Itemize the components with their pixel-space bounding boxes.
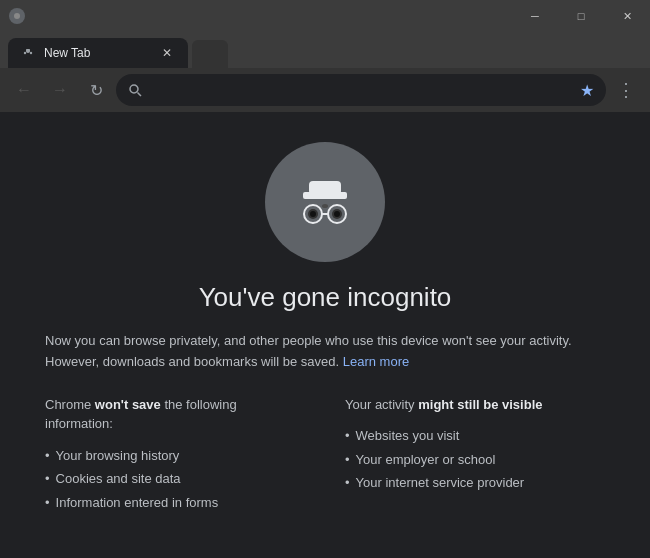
svg-point-17 bbox=[322, 204, 328, 208]
title-bar: ─ □ ✕ bbox=[0, 0, 650, 32]
forward-button[interactable]: → bbox=[44, 74, 76, 106]
wont-save-list: Your browsing history Cookies and site d… bbox=[45, 444, 305, 515]
minimize-button[interactable]: ─ bbox=[512, 0, 558, 32]
svg-point-1 bbox=[14, 13, 20, 19]
description-text: Now you can browse privately, and other … bbox=[45, 333, 572, 369]
window-controls: ─ □ ✕ bbox=[512, 0, 650, 32]
address-input[interactable] bbox=[150, 83, 572, 98]
address-bar[interactable]: ★ bbox=[116, 74, 606, 106]
visible-list: Websites you visit Your employer or scho… bbox=[345, 424, 605, 495]
tab-favicon bbox=[20, 45, 36, 61]
wont-save-item-2: Cookies and site data bbox=[56, 469, 181, 489]
svg-rect-9 bbox=[309, 181, 341, 195]
back-button[interactable]: ← bbox=[8, 74, 40, 106]
visible-title: Your activity might still be visible bbox=[345, 395, 605, 415]
incognito-icon bbox=[265, 142, 385, 262]
maximize-button[interactable]: □ bbox=[558, 0, 604, 32]
chrome-logo-icon bbox=[8, 7, 26, 25]
wont-save-item-3: Information entered in forms bbox=[56, 493, 219, 513]
wont-save-bold: won't save bbox=[95, 397, 161, 412]
learn-more-link[interactable]: Learn more bbox=[343, 354, 409, 369]
list-item: Websites you visit bbox=[345, 424, 605, 448]
active-tab[interactable]: New Tab ✕ bbox=[8, 38, 188, 68]
visible-bold: might still be visible bbox=[418, 397, 542, 412]
back-icon: ← bbox=[16, 81, 32, 99]
wont-save-column: Chrome won't save the following informat… bbox=[45, 395, 305, 515]
incognito-svg bbox=[289, 166, 361, 238]
list-item: Cookies and site data bbox=[45, 467, 305, 491]
visible-item-3: Your internet service provider bbox=[356, 473, 525, 493]
svg-point-3 bbox=[24, 52, 26, 54]
list-item: Your browsing history bbox=[45, 444, 305, 468]
refresh-icon: ↻ bbox=[90, 81, 103, 100]
svg-point-12 bbox=[310, 211, 316, 217]
wont-save-item-1: Your browsing history bbox=[56, 446, 180, 466]
navigation-bar: ← → ↻ ★ ⋮ bbox=[0, 68, 650, 112]
svg-point-4 bbox=[30, 52, 32, 54]
chrome-menu-button[interactable]: ⋮ bbox=[610, 74, 642, 106]
bookmark-icon[interactable]: ★ bbox=[580, 81, 594, 100]
svg-line-7 bbox=[138, 93, 142, 97]
close-button[interactable]: ✕ bbox=[604, 0, 650, 32]
svg-point-6 bbox=[130, 85, 138, 93]
incognito-description: Now you can browse privately, and other … bbox=[45, 331, 605, 373]
tab-close-button[interactable]: ✕ bbox=[158, 44, 176, 62]
search-icon bbox=[128, 83, 142, 97]
list-item: Your internet service provider bbox=[345, 471, 605, 495]
list-item: Information entered in forms bbox=[45, 491, 305, 515]
visible-column: Your activity might still be visible Web… bbox=[345, 395, 605, 515]
svg-rect-5 bbox=[26, 49, 30, 52]
tab-title: New Tab bbox=[44, 46, 150, 60]
main-content: You've gone incognito Now you can browse… bbox=[0, 112, 650, 558]
tab-bar: New Tab ✕ bbox=[0, 32, 650, 68]
visible-item-1: Websites you visit bbox=[356, 426, 460, 446]
list-item: Your employer or school bbox=[345, 448, 605, 472]
wont-save-title: Chrome won't save the following informat… bbox=[45, 395, 305, 434]
refresh-button[interactable]: ↻ bbox=[80, 74, 112, 106]
new-tab-area bbox=[192, 40, 228, 68]
forward-icon: → bbox=[52, 81, 68, 99]
incognito-title: You've gone incognito bbox=[199, 282, 452, 313]
visible-item-2: Your employer or school bbox=[356, 450, 496, 470]
svg-point-15 bbox=[334, 211, 340, 217]
info-grid: Chrome won't save the following informat… bbox=[45, 395, 605, 515]
